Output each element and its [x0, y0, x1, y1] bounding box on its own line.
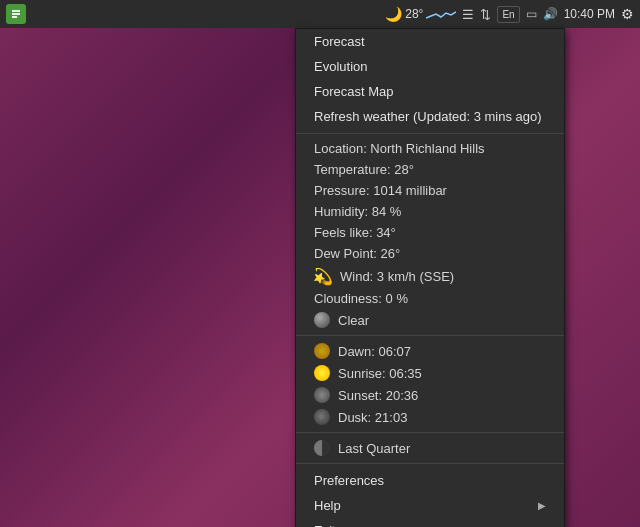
- weather-dropdown-menu: Forecast Evolution Forecast Map Refresh …: [295, 28, 565, 527]
- sort-icon-taskbar[interactable]: ⇅: [480, 7, 491, 22]
- moon-icon-taskbar: 🌙: [385, 6, 402, 22]
- desktop: 🌙 28° ☰ ⇅ En ▭ 🔊 10:40 PM ⚙ F: [0, 0, 640, 527]
- info-pressure: Pressure: 1014 millibar: [296, 180, 564, 201]
- keyboard-layout[interactable]: En: [497, 6, 519, 23]
- app-icon[interactable]: [6, 4, 26, 24]
- help-submenu-arrow: ▶: [538, 500, 546, 511]
- clock: 10:40 PM: [564, 7, 615, 21]
- menu-item-refresh[interactable]: Refresh weather (Updated: 3 mins ago): [296, 104, 564, 129]
- menu-item-evolution[interactable]: Evolution: [296, 54, 564, 79]
- divider-3: [296, 432, 564, 433]
- sunset-icon: [314, 387, 330, 403]
- info-sunrise: Sunrise: 06:35: [296, 362, 564, 384]
- info-dew-point: Dew Point: 26°: [296, 243, 564, 264]
- info-location: Location: North Richland Hills: [296, 138, 564, 159]
- info-feels-like: Feels like: 34°: [296, 222, 564, 243]
- info-wind: 💫 Wind: 3 km/h (SSE): [296, 264, 564, 288]
- divider-4: [296, 463, 564, 464]
- divider-2: [296, 335, 564, 336]
- menu-item-forecast-map[interactable]: Forecast Map: [296, 79, 564, 104]
- battery-icon: ▭: [526, 7, 537, 21]
- info-dusk: Dusk: 21:03: [296, 406, 564, 428]
- weather-widget[interactable]: 🌙 28°: [385, 6, 456, 22]
- taskbar: 🌙 28° ☰ ⇅ En ▭ 🔊 10:40 PM ⚙: [0, 0, 640, 28]
- info-temperature: Temperature: 28°: [296, 159, 564, 180]
- svg-rect-1: [12, 10, 20, 12]
- volume-icon[interactable]: 🔊: [543, 7, 558, 21]
- last-quarter-moon-icon: [314, 440, 330, 456]
- sunrise-icon: [314, 365, 330, 381]
- menu-item-forecast[interactable]: Forecast: [296, 29, 564, 54]
- info-dawn: Dawn: 06:07: [296, 340, 564, 362]
- svg-rect-3: [12, 16, 17, 18]
- info-cloudiness: Cloudiness: 0 %: [296, 288, 564, 309]
- dawn-icon: [314, 343, 330, 359]
- taskbar-left: [6, 4, 26, 24]
- info-sunset: Sunset: 20:36: [296, 384, 564, 406]
- temperature-taskbar: 28°: [405, 7, 423, 21]
- clear-weather-icon: [314, 312, 330, 328]
- dusk-icon: [314, 409, 330, 425]
- menu-item-help[interactable]: Help ▶: [296, 493, 564, 518]
- info-condition: Clear: [296, 309, 564, 331]
- info-moon-phase: Last Quarter: [296, 437, 564, 459]
- svg-rect-2: [12, 13, 20, 15]
- weather-chart: [426, 6, 456, 22]
- divider-1: [296, 133, 564, 134]
- wind-icon: 💫: [314, 267, 332, 285]
- menu-item-exit[interactable]: Exit: [296, 518, 564, 527]
- info-humidity: Humidity: 84 %: [296, 201, 564, 222]
- taskbar-right: 🌙 28° ☰ ⇅ En ▭ 🔊 10:40 PM ⚙: [385, 6, 634, 23]
- menu-icon-taskbar[interactable]: ☰: [462, 7, 474, 22]
- menu-item-preferences[interactable]: Preferences: [296, 468, 564, 493]
- settings-icon[interactable]: ⚙: [621, 6, 634, 22]
